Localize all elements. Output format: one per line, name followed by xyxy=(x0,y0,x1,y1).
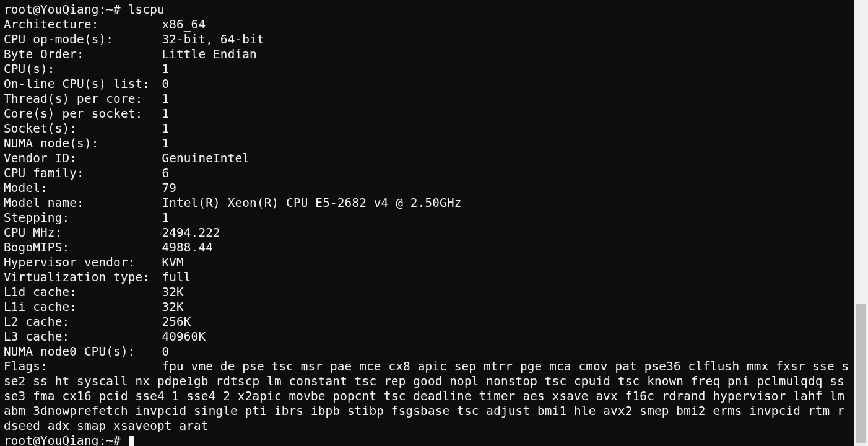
cursor-block xyxy=(129,436,134,446)
command-line: root@YouQiang:~# lscpu xyxy=(4,2,851,17)
shell-prompt: root@YouQiang:~# xyxy=(4,2,128,17)
lscpu-row: L3 cache:40960K xyxy=(4,330,851,344)
lscpu-label: L1i cache: xyxy=(4,300,162,315)
lscpu-label: CPU MHz: xyxy=(4,225,162,240)
lscpu-row: CPU MHz:2494.222 xyxy=(4,225,851,240)
terminal-output[interactable]: root@YouQiang:~# lscpuArchitecture:x86_6… xyxy=(0,0,854,446)
lscpu-value: KVM xyxy=(162,255,183,269)
lscpu-value: 1 xyxy=(162,92,169,106)
lscpu-label: CPU(s): xyxy=(4,62,162,77)
lscpu-value: 0 xyxy=(162,344,169,359)
lscpu-row: L2 cache:256K xyxy=(4,315,851,330)
lscpu-label: BogoMIPS: xyxy=(4,240,162,255)
lscpu-label: L2 cache: xyxy=(4,315,162,330)
lscpu-value: 32K xyxy=(162,285,183,299)
lscpu-label: NUMA node(s): xyxy=(4,136,162,151)
lscpu-row: Vendor ID:GenuineIntel xyxy=(4,151,851,166)
shell-prompt: root@YouQiang:~# xyxy=(4,434,128,446)
lscpu-label: CPU op-mode(s): xyxy=(4,32,162,47)
lscpu-value: 4988.44 xyxy=(162,240,213,255)
lscpu-label: CPU family: xyxy=(4,166,162,181)
typed-command: lscpu xyxy=(128,2,165,17)
lscpu-row: Architecture:x86_64 xyxy=(4,17,851,32)
lscpu-row: NUMA node(s):1 xyxy=(4,136,851,151)
lscpu-value: 1 xyxy=(162,136,169,151)
lscpu-row: NUMA node0 CPU(s):0 xyxy=(4,344,851,359)
lscpu-row: Virtualization type:full xyxy=(4,270,851,285)
lscpu-row: Model name:Intel(R) Xeon(R) CPU E5-2682 … xyxy=(4,196,851,211)
lscpu-label: Virtualization type: xyxy=(4,270,162,285)
lscpu-row: CPU op-mode(s):32-bit, 64-bit xyxy=(4,32,851,47)
lscpu-label: Thread(s) per core: xyxy=(4,92,162,107)
lscpu-row: Thread(s) per core:1 xyxy=(4,92,851,107)
lscpu-flags-label: Flags: xyxy=(4,359,162,374)
lscpu-label: L3 cache: xyxy=(4,330,162,344)
lscpu-value: 1 xyxy=(162,107,169,121)
lscpu-value: GenuineIntel xyxy=(162,151,250,165)
lscpu-row: On-line CPU(s) list:0 xyxy=(4,77,851,92)
lscpu-label: Model name: xyxy=(4,196,162,211)
next-prompt-line: root@YouQiang:~# xyxy=(4,434,851,446)
lscpu-value: 40960K xyxy=(162,330,206,344)
lscpu-flags-row: Flags:fpu vme de pse tsc msr pae mce cx8… xyxy=(4,359,851,434)
lscpu-label: NUMA node0 CPU(s): xyxy=(4,344,162,359)
lscpu-value: 0 xyxy=(162,77,169,91)
lscpu-value: 1 xyxy=(162,121,169,136)
vertical-scrollbar-thumb[interactable] xyxy=(856,304,866,443)
terminal-window: root@YouQiang:~# lscpuArchitecture:x86_6… xyxy=(0,0,868,446)
lscpu-label: Model: xyxy=(4,181,162,196)
lscpu-value: 2494.222 xyxy=(162,225,220,240)
lscpu-value: 256K xyxy=(162,315,191,329)
lscpu-value: 1 xyxy=(162,211,169,225)
lscpu-row: Core(s) per socket:1 xyxy=(4,107,851,121)
lscpu-label: Architecture: xyxy=(4,17,162,32)
lscpu-row: L1d cache:32K xyxy=(4,285,851,300)
lscpu-value: full xyxy=(162,270,191,284)
lscpu-value: 1 xyxy=(162,62,169,76)
lscpu-value: Little Endian xyxy=(162,47,257,61)
lscpu-value: 79 xyxy=(162,181,176,195)
lscpu-value: Intel(R) Xeon(R) CPU E5-2682 v4 @ 2.50GH… xyxy=(162,196,461,210)
lscpu-label: Stepping: xyxy=(4,211,162,225)
lscpu-value: 32K xyxy=(162,300,183,314)
lscpu-label: Core(s) per socket: xyxy=(4,107,162,121)
lscpu-label: Vendor ID: xyxy=(4,151,162,166)
lscpu-row: Socket(s):1 xyxy=(4,121,851,136)
lscpu-row: Stepping:1 xyxy=(4,211,851,225)
lscpu-row: Model:79 xyxy=(4,181,851,196)
lscpu-row: L1i cache:32K xyxy=(4,300,851,315)
lscpu-label: L1d cache: xyxy=(4,285,162,300)
vertical-scrollbar-track[interactable] xyxy=(854,0,868,446)
lscpu-label: On-line CPU(s) list: xyxy=(4,77,162,92)
lscpu-value: x86_64 xyxy=(162,17,206,32)
lscpu-row: Hypervisor vendor:KVM xyxy=(4,255,851,270)
lscpu-label: Byte Order: xyxy=(4,47,162,62)
lscpu-row: CPU family:6 xyxy=(4,166,851,181)
lscpu-value: 6 xyxy=(162,166,169,180)
lscpu-row: Byte Order:Little Endian xyxy=(4,47,851,62)
lscpu-row: CPU(s):1 xyxy=(4,62,851,77)
lscpu-label: Socket(s): xyxy=(4,121,162,136)
lscpu-row: BogoMIPS:4988.44 xyxy=(4,240,851,255)
lscpu-label: Hypervisor vendor: xyxy=(4,255,162,270)
lscpu-value: 32-bit, 64-bit xyxy=(162,32,264,46)
